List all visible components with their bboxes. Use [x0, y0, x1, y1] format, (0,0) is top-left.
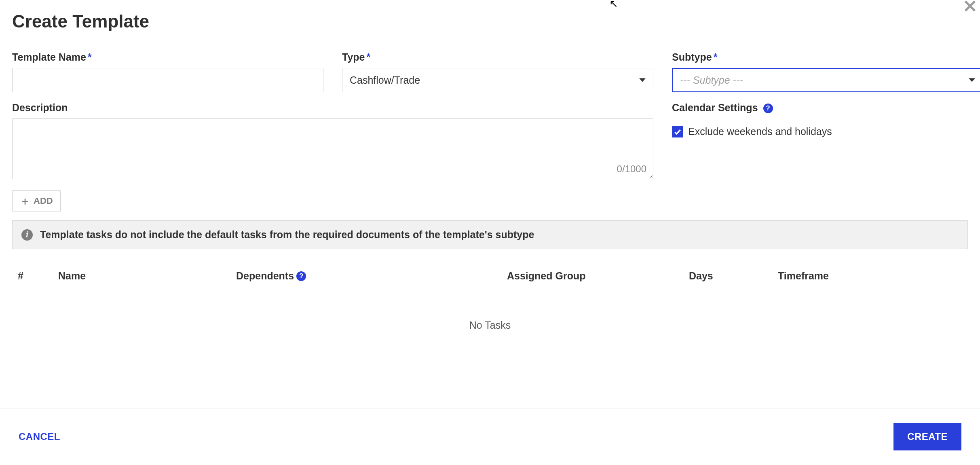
col-idx: #: [18, 270, 58, 282]
form-row-2: Description 0/1000 Calendar Settings ? E…: [12, 102, 968, 179]
help-icon[interactable]: ?: [763, 104, 773, 113]
type-label: Type*: [342, 51, 653, 63]
calendar-settings: Calendar Settings ? Exclude weekends and…: [672, 102, 980, 179]
col-assigned-group: Assigned Group: [507, 270, 689, 282]
subtype-select-placeholder: --- Subtype ---: [680, 74, 743, 86]
type-select-value: Cashflow/Trade: [350, 74, 420, 86]
exclude-weekends-label: Exclude weekends and holidays: [688, 126, 832, 137]
add-button[interactable]: ＋ ADD: [12, 190, 61, 211]
modal-body: Template Name* Type* Cashflow/Trade Subt…: [0, 39, 980, 408]
tasks-table: # Name Dependents ? Assigned Group Days …: [12, 261, 968, 347]
help-icon[interactable]: ?: [296, 271, 306, 281]
chevron-down-icon: [969, 78, 975, 82]
type-field: Type* Cashflow/Trade: [342, 51, 653, 92]
required-star: *: [367, 51, 371, 63]
template-name-input[interactable]: [12, 68, 323, 92]
modal-title: Create Template: [12, 11, 968, 32]
description-label: Description: [12, 102, 653, 114]
col-days: Days: [689, 270, 778, 282]
calendar-label-text: Calendar Settings: [672, 102, 758, 113]
template-name-label: Template Name*: [12, 51, 323, 63]
required-star: *: [88, 51, 92, 63]
type-label-text: Type: [342, 51, 365, 63]
template-name-label-text: Template Name: [12, 51, 86, 63]
plus-icon: ＋: [20, 196, 30, 206]
subtype-label-text: Subtype: [672, 51, 712, 63]
create-template-modal: ↖ Create Template ✕ Template Name* Type*…: [0, 0, 980, 465]
modal-footer: CANCEL CREATE: [0, 408, 980, 465]
subtype-select[interactable]: --- Subtype ---: [672, 68, 980, 92]
type-select[interactable]: Cashflow/Trade: [342, 68, 653, 92]
info-icon: i: [21, 229, 33, 241]
calendar-settings-label: Calendar Settings ?: [672, 102, 980, 114]
add-button-label: ADD: [34, 196, 53, 206]
col-timeframe: Timeframe: [778, 270, 962, 282]
chevron-down-icon: [639, 78, 646, 82]
exclude-weekends-row: Exclude weekends and holidays: [672, 126, 980, 137]
form-row-1: Template Name* Type* Cashflow/Trade Subt…: [12, 51, 968, 92]
create-button[interactable]: CREATE: [893, 423, 961, 450]
col-dependents-label: Dependents: [236, 270, 294, 282]
col-name: Name: [58, 270, 236, 282]
subtype-field: Subtype* --- Subtype ---: [672, 51, 980, 92]
description-area: 0/1000: [12, 118, 653, 179]
info-banner: i Template tasks do not include the defa…: [12, 220, 968, 249]
required-star: *: [714, 51, 718, 63]
check-icon: [674, 128, 682, 136]
tasks-table-header: # Name Dependents ? Assigned Group Days …: [12, 261, 968, 291]
description-input[interactable]: [13, 119, 653, 179]
cursor-arrow-icon: ↖: [609, 0, 618, 10]
cancel-button[interactable]: CANCEL: [19, 431, 60, 442]
no-tasks-message: No Tasks: [12, 291, 968, 347]
subtype-label: Subtype*: [672, 51, 980, 63]
col-dependents: Dependents ?: [236, 270, 507, 282]
close-icon[interactable]: ✕: [963, 0, 978, 15]
info-banner-text: Template tasks do not include the defaul…: [40, 229, 534, 241]
description-field: Description 0/1000: [12, 102, 653, 179]
modal-header: ↖ Create Template ✕: [0, 0, 980, 39]
exclude-weekends-checkbox[interactable]: [672, 126, 683, 137]
template-name-field: Template Name*: [12, 51, 323, 92]
